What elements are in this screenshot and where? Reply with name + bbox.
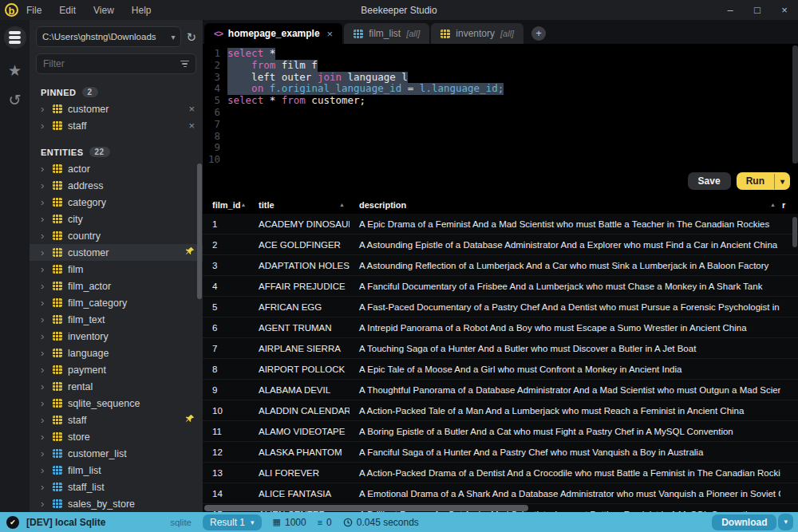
cell-description[interactable]: A Emotional Drama of a A Shark And a Dat…: [350, 489, 780, 499]
chevron-right-icon[interactable]: ›: [41, 197, 47, 207]
cell-film-id[interactable]: 6: [203, 323, 249, 333]
save-button[interactable]: Save: [688, 172, 731, 190]
chevron-right-icon[interactable]: ›: [41, 120, 47, 131]
entity-item-customer_list[interactable]: ›customer_list: [30, 445, 203, 462]
tab-film_list[interactable]: film_list[all]: [344, 23, 429, 44]
chevron-right-icon[interactable]: ›: [41, 348, 47, 358]
column-header-description[interactable]: description▲: [350, 200, 780, 210]
cell-film-id[interactable]: 13: [203, 468, 249, 478]
cell-film-id[interactable]: 8: [203, 365, 249, 374]
run-button[interactable]: Run ▾: [737, 172, 790, 190]
cell-title[interactable]: AIRPORT POLLOCK: [249, 365, 350, 374]
pin-icon[interactable]: [185, 414, 195, 426]
cell-title[interactable]: ALAMO VIDEOTAPE: [249, 427, 350, 436]
cell-description[interactable]: A Epic Tale of a Moose And a Girl who mu…: [350, 365, 780, 374]
cell-title[interactable]: ALICE FANTASIA: [249, 489, 350, 499]
entity-item-country[interactable]: ›country: [30, 227, 203, 244]
table-row[interactable]: 14ALICE FANTASIAA Emotional Drama of a A…: [203, 483, 798, 504]
cell-description[interactable]: A Epic Drama of a Feminist And a Mad Sci…: [350, 219, 780, 229]
entity-item-film_actor[interactable]: ›film_actor: [30, 278, 203, 294]
cell-film-id[interactable]: 9: [203, 385, 249, 395]
chevron-right-icon[interactable]: ›: [41, 499, 47, 509]
cell-title[interactable]: ACADEMY DINOSAUR: [249, 219, 350, 229]
tab-inventory[interactable]: inventory[all]: [431, 23, 523, 44]
menu-help[interactable]: Help: [132, 5, 152, 16]
entity-item-category[interactable]: ›category: [30, 194, 203, 211]
table-row[interactable]: 6AGENT TRUMANA Intrepid Panorama of a Ro…: [203, 317, 798, 338]
table-row[interactable]: 7AIRPLANE SIERRAA Touching Saga of a Hun…: [203, 338, 798, 359]
cell-film-id[interactable]: 3: [203, 261, 249, 270]
refresh-icon[interactable]: ↻: [186, 31, 196, 43]
table-row[interactable]: 4AFFAIR PREJUDICEA Fanciful Documentary …: [203, 276, 798, 297]
cell-title[interactable]: AIRPLANE SIERRA: [249, 344, 350, 353]
unpin-close-icon[interactable]: ×: [188, 103, 195, 115]
cell-title[interactable]: AFRICAN EGG: [249, 302, 350, 312]
cell-film-id[interactable]: 10: [203, 406, 249, 416]
table-row[interactable]: 11ALAMO VIDEOTAPEA Boring Epistle of a B…: [203, 421, 798, 442]
results-vertical-scrollbar[interactable]: [792, 217, 797, 247]
entity-item-customer[interactable]: ›customer: [30, 244, 203, 261]
entity-item-staff_list[interactable]: ›staff_list: [30, 479, 203, 495]
table-row[interactable]: 8AIRPORT POLLOCKA Epic Tale of a Moose A…: [203, 359, 798, 380]
chevron-right-icon[interactable]: ›: [41, 247, 47, 258]
cell-description[interactable]: A Astounding Reflection of a Lumberjack …: [350, 261, 780, 270]
cell-title[interactable]: ALASKA PHANTOM: [249, 447, 350, 457]
column-header-title[interactable]: title▲: [249, 200, 350, 210]
entity-item-film_list[interactable]: ›film_list: [30, 462, 203, 479]
entity-item-film[interactable]: ›film: [30, 261, 203, 278]
favorites-star-icon[interactable]: ★: [8, 63, 22, 78]
cell-description[interactable]: A Action-Packed Tale of a Man And a Lumb…: [350, 406, 780, 416]
sort-arrow-icon[interactable]: ▲: [770, 202, 776, 207]
chevron-right-icon[interactable]: ›: [41, 231, 47, 241]
sort-arrow-icon[interactable]: ▲: [240, 202, 246, 207]
entity-item-staff[interactable]: ›staff: [30, 412, 203, 428]
cell-description[interactable]: A Boring Epistle of a Butler And a Cat w…: [350, 427, 780, 436]
table-row[interactable]: 12ALASKA PHANTOMA Fanciful Saga of a Hun…: [203, 442, 798, 463]
table-row[interactable]: 10ALADDIN CALENDARA Action-Packed Tale o…: [203, 400, 798, 421]
chevron-right-icon[interactable]: ›: [41, 104, 47, 114]
cell-film-id[interactable]: 4: [203, 282, 249, 291]
run-options-caret-icon[interactable]: ▾: [774, 174, 790, 189]
cell-description[interactable]: A Thoughtful Panorama of a Database Admi…: [350, 385, 780, 395]
cell-film-id[interactable]: 11: [203, 427, 249, 436]
cell-title[interactable]: ACE GOLDFINGER: [249, 240, 350, 250]
column-header-film_id[interactable]: film_id▲: [203, 200, 249, 210]
editor-scrollbar[interactable]: [792, 45, 798, 164]
entity-item-store[interactable]: ›store: [30, 428, 203, 445]
chevron-right-icon[interactable]: ›: [41, 432, 47, 442]
entity-item-sales_by_store[interactable]: ›sales_by_store: [30, 495, 203, 512]
chevron-right-icon[interactable]: ›: [41, 482, 47, 492]
cell-title[interactable]: ADAPTATION HOLES: [249, 261, 350, 270]
chevron-right-icon[interactable]: ›: [41, 381, 47, 392]
cell-description[interactable]: A Intrepid Panorama of a Robot And a Boy…: [350, 323, 780, 333]
chevron-right-icon[interactable]: ›: [41, 180, 47, 191]
cell-description[interactable]: A Fast-Paced Documentary of a Pastry Che…: [350, 302, 780, 312]
chevron-right-icon[interactable]: ›: [41, 448, 47, 459]
connection-name[interactable]: [DEV] local Sqlite: [26, 517, 105, 528]
pinned-item-staff[interactable]: ›staff×: [30, 117, 203, 134]
menu-file[interactable]: File: [26, 5, 41, 16]
cell-title[interactable]: ALI FOREVER: [249, 468, 350, 478]
entity-item-payment[interactable]: ›payment: [30, 361, 203, 378]
menu-edit[interactable]: Edit: [59, 5, 76, 16]
chevron-right-icon[interactable]: ›: [41, 164, 47, 174]
entity-item-actor[interactable]: ›actor: [30, 160, 203, 177]
chevron-right-icon[interactable]: ›: [41, 281, 47, 291]
cell-description[interactable]: A Fanciful Documentary of a Frisbee And …: [350, 282, 780, 291]
chevron-right-icon[interactable]: ›: [41, 264, 47, 274]
entity-item-city[interactable]: ›city: [30, 211, 203, 227]
cell-film-id[interactable]: 12: [203, 447, 249, 457]
chevron-right-icon[interactable]: ›: [41, 314, 47, 325]
cell-film-id[interactable]: 5: [203, 302, 249, 312]
minimize-button[interactable]: –: [717, 0, 744, 20]
run-label[interactable]: Run: [737, 172, 774, 190]
table-row[interactable]: 13ALI FOREVERA Action-Packed Drama of a …: [203, 463, 798, 483]
cell-film-id[interactable]: 7: [203, 344, 249, 353]
cell-title[interactable]: ALABAMA DEVIL: [249, 385, 350, 395]
connection-path-select[interactable]: C:\Users\ghstng\Downloads ▾: [36, 26, 181, 47]
cell-film-id[interactable]: 14: [203, 489, 249, 499]
close-tab-icon[interactable]: ×: [327, 28, 334, 40]
close-button[interactable]: ×: [771, 0, 798, 20]
chevron-right-icon[interactable]: ›: [41, 298, 47, 308]
cell-description[interactable]: A Touching Saga of a Hunter And a Butler…: [350, 344, 780, 353]
